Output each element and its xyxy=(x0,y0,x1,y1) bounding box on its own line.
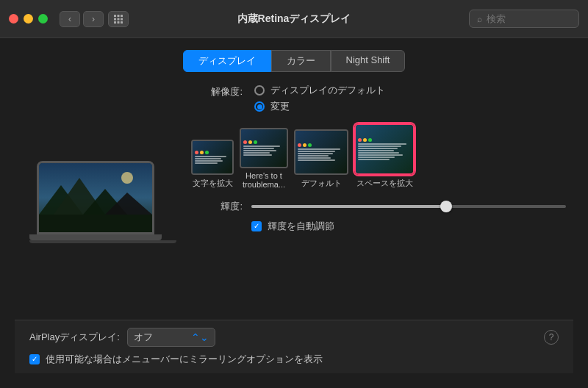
svg-point-15 xyxy=(121,172,133,184)
svg-rect-1 xyxy=(118,15,120,17)
svg-rect-5 xyxy=(121,18,123,20)
mirror-row: ✓ 使用可能な場合はメニューバーにミラーリングオプションを表示 xyxy=(29,353,559,366)
thumb-item-2[interactable]: Here's to ttroublema... xyxy=(240,128,288,189)
svg-rect-6 xyxy=(114,21,116,24)
thumb-dots-2 xyxy=(243,140,284,144)
mirror-checkmark-icon: ✓ xyxy=(32,356,37,363)
thumb-label-4: スペースを拡大 xyxy=(356,178,413,189)
checkmark-icon: ✓ xyxy=(254,223,259,230)
svg-rect-2 xyxy=(121,15,123,17)
svg-rect-8 xyxy=(121,21,123,24)
thumb-dots-3 xyxy=(298,143,345,147)
svg-rect-14 xyxy=(39,215,152,232)
settings-panel: 解像度: ディスプレイのデフォルト 変更 xyxy=(191,84,566,320)
airplay-select[interactable]: オフ ⌃⌄ xyxy=(127,328,215,347)
slider-fill xyxy=(251,205,446,208)
thumb-box-1[interactable] xyxy=(191,140,234,175)
thumb-item-3[interactable]: デフォルト xyxy=(294,129,348,189)
brightness-label: 輝度: xyxy=(191,200,243,213)
resolution-label: 解像度: xyxy=(191,84,243,98)
tab-display[interactable]: ディスプレイ xyxy=(183,50,271,72)
titlebar: ‹ › 内蔵Retinaディスプレイ ⌕ xyxy=(0,0,588,38)
svg-rect-0 xyxy=(114,15,116,17)
thumb-box-4[interactable] xyxy=(354,123,415,175)
thumbnails-row: 文字を拡大 xyxy=(191,123,566,189)
thumb-lines-2 xyxy=(243,146,284,156)
back-button[interactable]: ‹ xyxy=(60,11,80,27)
thumb-label-3: デフォルト xyxy=(301,178,342,189)
maximize-button[interactable] xyxy=(38,14,48,24)
svg-rect-3 xyxy=(114,18,116,20)
brightness-section: 輝度: ✓ 輝度を自動調節 xyxy=(191,199,566,233)
resolution-change-radio[interactable] xyxy=(254,101,265,112)
tabs-row: ディスプレイ カラー Night Shift xyxy=(15,38,573,84)
bottom-section: AirPlayディスプレイ: オフ ⌃⌄ ? ✓ 使用可能な場合はメニューバーに… xyxy=(15,320,573,373)
auto-brightness-row: ✓ 輝度を自動調節 xyxy=(251,220,566,233)
airplay-label: AirPlayディスプレイ: xyxy=(29,331,120,344)
thumb-item-1[interactable]: 文字を拡大 xyxy=(191,140,234,189)
airplay-value: オフ xyxy=(134,331,187,344)
laptop-image xyxy=(29,161,162,243)
thumb-box-2[interactable] xyxy=(240,128,288,168)
thumb-lines-1 xyxy=(195,156,230,164)
tab-nightshift[interactable]: Night Shift xyxy=(331,50,406,72)
resolution-default-label: ディスプレイのデフォルト xyxy=(270,84,385,97)
thumb-label-2: Here's to ttroublema... xyxy=(243,171,285,189)
resolution-change-label: 変更 xyxy=(270,100,290,113)
tab-color[interactable]: カラー xyxy=(271,50,331,72)
brightness-slider[interactable] xyxy=(251,199,566,214)
content-area: 解像度: ディスプレイのデフォルト 変更 xyxy=(15,84,573,320)
forward-button[interactable]: › xyxy=(83,11,104,27)
resolution-default-row[interactable]: ディスプレイのデフォルト xyxy=(254,84,385,97)
resolution-section: 解像度: ディスプレイのデフォルト 変更 xyxy=(191,84,566,113)
main-panel: ディスプレイ カラー Night Shift xyxy=(0,38,588,388)
grid-button[interactable] xyxy=(108,11,129,27)
laptop-screen xyxy=(37,161,154,234)
minimize-button[interactable] xyxy=(24,14,33,24)
thumb-box-3[interactable] xyxy=(294,129,348,175)
screen-inner xyxy=(39,163,152,232)
laptop-base xyxy=(29,234,162,240)
auto-brightness-label: 輝度を自動調節 xyxy=(268,220,334,233)
help-button[interactable]: ? xyxy=(544,330,559,345)
airplay-row: AirPlayディスプレイ: オフ ⌃⌄ ? xyxy=(29,328,559,347)
resolution-default-radio[interactable] xyxy=(254,85,265,96)
thumb-item-4[interactable]: スペースを拡大 xyxy=(354,123,415,189)
laptop-preview xyxy=(22,84,169,320)
search-box[interactable]: ⌕ xyxy=(469,10,579,28)
slider-thumb[interactable] xyxy=(440,201,452,212)
nav-buttons: ‹ › xyxy=(60,11,104,27)
thumb-dots-4 xyxy=(358,138,411,142)
brightness-row: 輝度: xyxy=(191,199,566,214)
svg-rect-4 xyxy=(118,18,120,20)
slider-track xyxy=(251,205,566,208)
window-title: 内蔵Retinaディスプレイ xyxy=(237,12,351,26)
close-button[interactable] xyxy=(9,14,18,24)
mirror-label: 使用可能な場合はメニューバーにミラーリングオプションを表示 xyxy=(46,353,323,366)
thumb-label-1: 文字を拡大 xyxy=(193,178,233,189)
resolution-change-row[interactable]: 変更 xyxy=(254,100,385,113)
mirror-checkbox[interactable]: ✓ xyxy=(29,354,40,364)
auto-brightness-checkbox[interactable]: ✓ xyxy=(251,221,262,231)
resolution-options: ディスプレイのデフォルト 変更 xyxy=(254,84,385,113)
chevron-icon: ⌃⌄ xyxy=(191,331,209,343)
search-input[interactable] xyxy=(487,13,571,24)
thumb-dots-1 xyxy=(195,151,230,154)
svg-rect-7 xyxy=(118,21,120,24)
traffic-lights xyxy=(9,14,48,24)
thumb-lines-3 xyxy=(298,148,345,161)
laptop-bottom xyxy=(29,240,176,243)
search-icon: ⌕ xyxy=(477,14,482,24)
thumb-lines-4 xyxy=(358,143,411,160)
